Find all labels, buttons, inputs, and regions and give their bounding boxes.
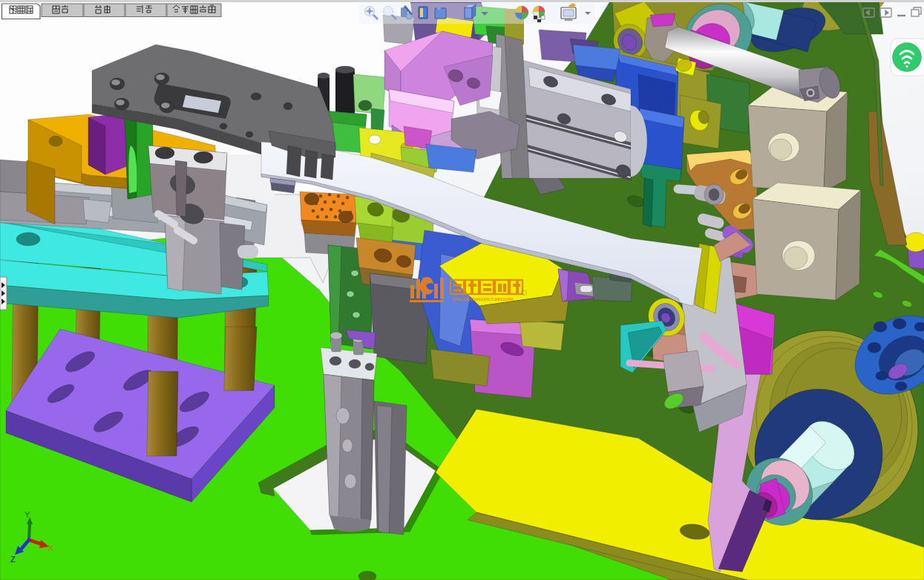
svg-text:X: X: [48, 544, 54, 553]
svg-text:Z: Z: [10, 555, 16, 564]
svg-text:Y: Y: [24, 510, 30, 519]
svg-text:INTELLIGENT MANUFACTURING DATA: INTELLIGENT MANUFACTURING DATA: [452, 297, 514, 302]
